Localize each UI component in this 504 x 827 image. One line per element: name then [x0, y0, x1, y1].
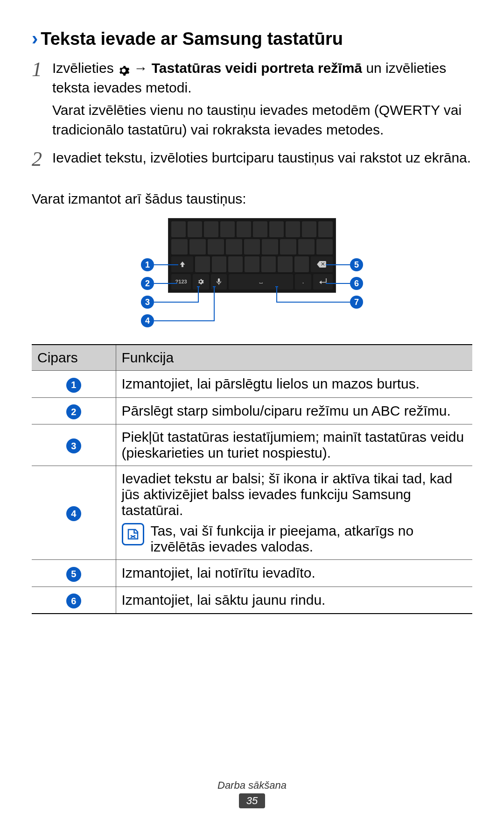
table-row: 3 Piekļūt tastatūras iestatījumiem; main…: [32, 424, 472, 466]
row-func: Piekļūt tastatūras iestatījumiem; mainīt…: [116, 424, 472, 466]
function-table: Cipars Funkcija 1 Izmantojiet, lai pārsl…: [32, 344, 472, 614]
row-func: Izmantojiet, lai pārslēgtu lielos un maz…: [116, 371, 472, 398]
settings-key: [193, 274, 209, 290]
note-text: Tas, vai šī funkcija ir pieejama, atkarī…: [151, 523, 467, 555]
step1-bold: Tastatūras veidi portreta režīmā: [152, 60, 362, 76]
chapter-name: Darba sākšana: [0, 779, 504, 792]
keyboard-image: ?123 ⎵ .: [168, 218, 336, 293]
heading-text: Teksta ievade ar Samsung tastatūru: [41, 29, 343, 49]
row-func: Izmantojiet, lai notīrītu ievadīto.: [116, 560, 472, 587]
note-icon: [122, 523, 144, 545]
row-num: 6: [66, 594, 81, 608]
page-footer: Darba sākšana 35: [0, 779, 504, 808]
row-num: 4: [66, 506, 81, 521]
intro-keys: Varat izmantot arī šādus taustiņus:: [32, 189, 472, 209]
step2-text: Ievadiet tekstu, izvēloties burtciparu t…: [52, 148, 472, 168]
callout-4: 4: [141, 314, 154, 327]
arrow-text: →: [133, 60, 151, 76]
symbol-key: ?123: [171, 274, 191, 290]
callout-3: 3: [141, 296, 154, 309]
step-body: Izvēlieties → Tastatūras veidi portreta …: [52, 58, 472, 142]
step-1: 1 Izvēlieties → Tastatūras veidi portret…: [32, 58, 472, 142]
step1-para2: Varat izvēlēties vienu no taustiņu ievad…: [52, 100, 472, 140]
step-body: Ievadiet tekstu, izvēloties burtciparu t…: [52, 148, 472, 170]
table-row: 4 Ievadiet tekstu ar balsi; šī ikona ir …: [32, 466, 472, 560]
table-row: 2 Pārslēgt starp simbolu/ciparu režīmu u…: [32, 397, 472, 424]
row-func: Pārslēgt starp simbolu/ciparu režīmu un …: [116, 397, 472, 424]
step-number: 2: [32, 148, 52, 170]
keyboard-figure: ?123 ⎵ . 1 2 3 4: [32, 218, 472, 330]
table-row: 5 Izmantojiet, lai notīrītu ievadīto.: [32, 560, 472, 587]
row-func: Izmantojiet, lai sāktu jaunu rindu.: [116, 587, 472, 614]
row-num: 5: [66, 567, 81, 582]
row-num: 3: [66, 438, 81, 453]
table-row: 6 Izmantojiet, lai sāktu jaunu rindu.: [32, 587, 472, 614]
callout-5: 5: [350, 258, 363, 271]
steps-list: 1 Izvēlieties → Tastatūras veidi portret…: [32, 58, 472, 170]
section-heading: › Teksta ievade ar Samsung tastatūru: [32, 28, 472, 49]
th-number: Cipars: [32, 345, 116, 371]
step-number: 1: [32, 58, 52, 142]
space-key: ⎵: [229, 274, 293, 290]
callout-2: 2: [141, 277, 154, 290]
period-key: .: [295, 274, 311, 290]
gear-icon: [118, 62, 130, 74]
table-row: 1 Izmantojiet, lai pārslēgtu lielos un m…: [32, 371, 472, 398]
row-num: 1: [66, 378, 81, 393]
enter-key: [313, 274, 333, 290]
callout-1: 1: [141, 258, 154, 271]
step-2: 2 Ievadiet tekstu, izvēloties burtciparu…: [32, 148, 472, 170]
page-number: 35: [239, 793, 265, 808]
th-function: Funkcija: [116, 345, 472, 371]
note-box: Tas, vai šī funkcija ir pieejama, atkarī…: [122, 523, 467, 555]
row-func: Ievadiet tekstu ar balsi; šī ikona ir ak…: [116, 466, 472, 560]
chevron-right-icon: ›: [32, 28, 38, 49]
step1-pre: Izvēlieties: [52, 60, 118, 76]
callout-7: 7: [350, 296, 363, 309]
row-func-text: Ievadiet tekstu ar balsi; šī ikona ir ak…: [122, 471, 467, 518]
row-num: 2: [66, 404, 81, 419]
callout-6: 6: [350, 277, 363, 290]
